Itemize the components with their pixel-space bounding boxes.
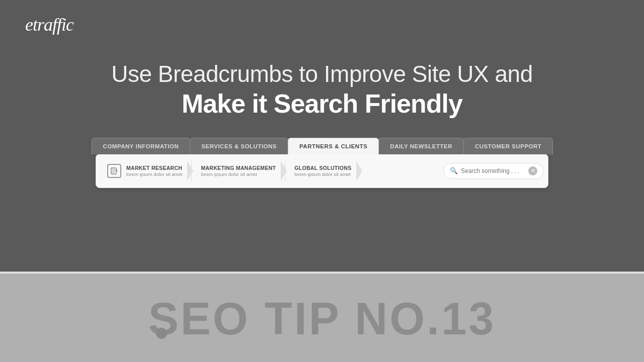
breadcrumb-item-3[interactable]: GLOBAL SOLUTIONS lorem ipsum dolor sit a… bbox=[287, 165, 358, 177]
tab-newsletter[interactable]: DAILY NEWSLETTER bbox=[378, 138, 464, 154]
breadcrumb-text-1: MARKET RESEARCH lorem ipsum dolor sit am… bbox=[126, 165, 182, 177]
search-input[interactable] bbox=[461, 167, 526, 174]
breadcrumb-text-2: MARKETING MANAGEMENT lorem ipsum dolor s… bbox=[201, 165, 276, 177]
headline-area: Use Breadcrumbs to Improve Site UX and M… bbox=[0, 60, 644, 120]
logo-area: etraffic bbox=[25, 14, 73, 35]
seo-tip-text: SEO TIP NO.13 bbox=[148, 293, 496, 345]
top-section: etraffic Use Breadcrumbs to Improve Site… bbox=[0, 0, 644, 272]
breadcrumb-title-2: MARKETING MANAGEMENT bbox=[201, 165, 276, 171]
breadcrumb-text-3: GLOBAL SOLUTIONS lorem ipsum dolor sit a… bbox=[294, 165, 351, 177]
logo: etraffic bbox=[25, 14, 73, 35]
breadcrumb-sub-3: lorem ipsum dolor sit amet bbox=[294, 171, 351, 177]
nav-tabs-container: COMPANY INFORMATION SERVICES & SOLUTIONS… bbox=[92, 138, 553, 154]
search-icon: 🔍 bbox=[450, 167, 458, 174]
search-clear-button[interactable]: ✕ bbox=[528, 166, 537, 175]
tab-partners[interactable]: PARTNERS & CLIENTS bbox=[288, 138, 379, 154]
breadcrumb-title-3: GLOBAL SOLUTIONS bbox=[294, 165, 351, 171]
search-wrap: 🔍 ✕ bbox=[443, 163, 544, 179]
breadcrumb-icon-1 bbox=[107, 164, 121, 178]
breadcrumb-bar: MARKET RESEARCH lorem ipsum dolor sit am… bbox=[96, 154, 548, 188]
breadcrumb-sub-1: lorem ipsum dolor sit amet bbox=[126, 171, 182, 177]
tab-company[interactable]: COMPANY INFORMATION bbox=[92, 138, 191, 154]
tab-services[interactable]: SERVICES & SOLUTIONS bbox=[190, 138, 288, 154]
bottom-section: SEO TIP NO.13 bbox=[0, 274, 644, 362]
breadcrumb-title-1: MARKET RESEARCH bbox=[126, 165, 182, 171]
headline-line2: Make it Search Friendly bbox=[0, 88, 644, 119]
tab-support[interactable]: CUSTOMER SUPPORT bbox=[463, 138, 553, 154]
breadcrumb-sub-2: lorem ipsum dolor sit amet bbox=[201, 171, 276, 177]
headline-line1: Use Breadcrumbs to Improve Site UX and bbox=[0, 60, 644, 88]
breadcrumb-item-2[interactable]: MARKETING MANAGEMENT lorem ipsum dolor s… bbox=[194, 165, 283, 177]
breadcrumb-item-1[interactable]: MARKET RESEARCH lorem ipsum dolor sit am… bbox=[100, 164, 189, 178]
